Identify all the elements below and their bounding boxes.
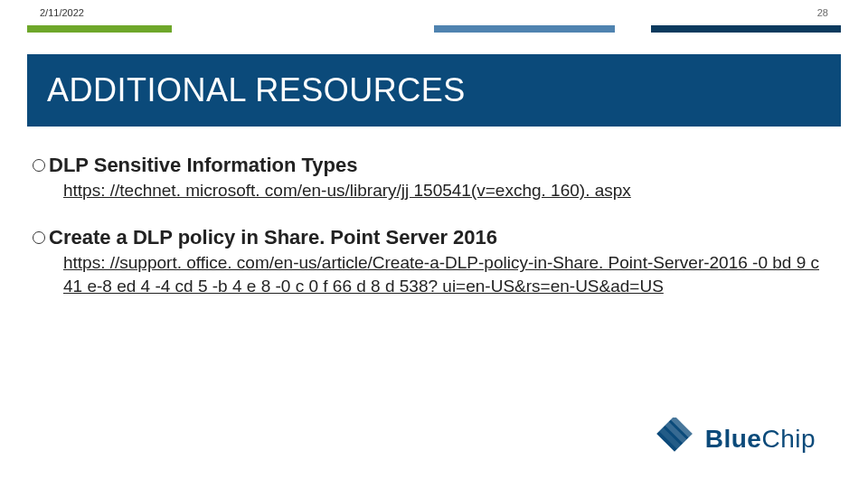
resource-item: Create a DLP policy in Share. Point Serv… <box>33 226 828 298</box>
brand-name-1: Blue <box>705 425 762 453</box>
logo-mark-icon <box>653 418 696 461</box>
rule-green <box>27 25 172 33</box>
ring-bullet-icon <box>33 159 45 172</box>
rule-blue <box>434 25 615 33</box>
resource-title: Create a DLP policy in Share. Point Serv… <box>33 226 828 249</box>
rule-gap2 <box>615 25 651 33</box>
rule-gap1 <box>172 25 434 33</box>
accent-rule <box>27 25 841 33</box>
resource-title-text: DLP Sensitive Information Types <box>49 154 357 176</box>
date-label: 2/11/2022 <box>40 7 84 18</box>
resource-title: DLP Sensitive Information Types <box>33 154 828 177</box>
resource-link[interactable]: https: //technet. microsoft. com/en-us/l… <box>63 179 828 202</box>
slide: 2/11/2022 28 ADDITIONAL RESOURCES DLP Se… <box>0 0 868 488</box>
brand-name-2: Chip <box>761 425 816 453</box>
rule-navy <box>651 25 841 33</box>
slide-title: ADDITIONAL RESOURCES <box>27 71 466 109</box>
brand-name: BlueChip <box>705 425 816 454</box>
ring-bullet-icon <box>33 231 45 244</box>
brand-logo: BlueChip <box>653 418 816 461</box>
resource-item: DLP Sensitive Information Types https: /… <box>33 154 828 202</box>
page-number: 28 <box>817 7 828 18</box>
resource-link[interactable]: https: //support. office. com/en-us/arti… <box>63 251 828 297</box>
title-bar: ADDITIONAL RESOURCES <box>27 54 841 127</box>
content-area: DLP Sensitive Information Types https: /… <box>33 154 828 322</box>
resource-title-text: Create a DLP policy in Share. Point Serv… <box>49 226 497 249</box>
